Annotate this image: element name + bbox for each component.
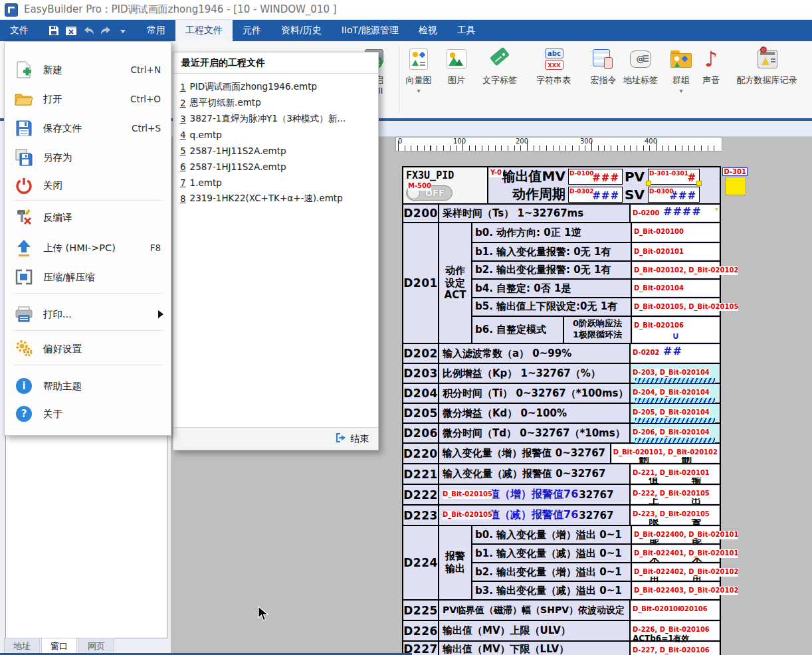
b6-mode-options: 0阶跃响应法 1极限循环法 <box>564 317 632 343</box>
tab-view[interactable]: 检视 <box>409 20 447 41</box>
print-icon <box>15 305 33 324</box>
table-row-d224[interactable]: D224 报警 输出 b0. 输入变化量（增）溢出 0~1 D_Bit-0224… <box>403 526 720 601</box>
toolbar-options-icon[interactable] <box>117 25 129 37</box>
table-row-d205[interactable]: D205 微分增益（Kd） 0~100% D-205, D_Bit-020104 <box>403 404 720 424</box>
ribbon-picture[interactable]: 图片 <box>442 48 471 86</box>
recent-file-item[interactable]: 82319-1HK22(XC+TK+α+-速).emtp <box>180 191 371 207</box>
save-file-icon <box>15 119 33 138</box>
selection-handle[interactable] <box>646 181 651 186</box>
row-d201-b0[interactable]: b0. 动作方向: 0正 1逆 D_Bit-020100 <box>472 223 720 243</box>
tab-common[interactable]: 常用 <box>137 20 175 41</box>
menu-item-compress[interactable]: 压缩/解压缩 <box>5 265 171 289</box>
row-d201-b2[interactable]: b2. 输出变化量报警: 0无 1有 D_Bit-020102, D_Bit-0… <box>472 262 720 280</box>
row-d224-b0[interactable]: b0. 输入变化量（增）溢出 0~1 D_Bit-022400, D_Bit-0… <box>472 526 720 545</box>
table-row-d206[interactable]: D206 微分时间（Td） 0~32767（*10ms） D-206, D_Bi… <box>403 424 720 444</box>
selected-object-box[interactable] <box>725 177 746 195</box>
menu-item-open[interactable]: 打开 Ctrl+O <box>5 87 171 111</box>
menu-item-close[interactable]: 关闭 <box>5 173 171 197</box>
ribbon-sound[interactable]: ♪ 声音 <box>698 48 724 86</box>
table-row-d223[interactable]: D223 D_Bit-020105 值（减）报警值76 32767 D-223,… <box>403 506 720 526</box>
plc-cell[interactable]: FX3U_PID Y-0 M-500 OFF <box>403 167 488 203</box>
menu-item-preferences[interactable]: 偏好设置 <box>5 337 171 361</box>
save-as-icon <box>15 148 33 167</box>
cycle-value-object[interactable]: D-0302 ### <box>568 187 623 203</box>
macro-icon <box>591 48 615 72</box>
table-row-d202[interactable]: D202 输入滤波常数（a） 0~99% D-0202 ## <box>403 344 720 364</box>
menu-item-new[interactable]: 新建 Ctrl+N <box>5 58 171 82</box>
ribbon-text-label[interactable]: 文字标签 <box>476 48 524 86</box>
table-row-d226[interactable]: D226 输出值（MV）上限（ULV） D-226, D_Bit-020106 … <box>403 621 720 642</box>
save-icon[interactable] <box>48 25 60 37</box>
menu-item-about[interactable]: ? 关于 <box>5 402 171 426</box>
menu-bar: 文件 常用 工程文件 元件 资料/历史 IIoT/能源管理 检视 工具 <box>0 20 812 41</box>
picture-icon <box>445 48 468 72</box>
recent-file-item[interactable]: 33827-1直焊为脉冲Y1（3种模式）新... <box>180 111 371 127</box>
row-d201-b1[interactable]: b1. 输入变化量报警: 0无 1有 D_Bit-020101 <box>472 243 720 262</box>
recent-panel-footer: 结束 <box>173 427 378 450</box>
menu-item-upload[interactable]: 上传 (HMI->PC) F8 <box>5 236 171 260</box>
menu-file[interactable]: 文件 <box>0 20 39 41</box>
table-row-d204[interactable]: D204 积分时间（Ti） 0~32767（*100ms） D-204, D_B… <box>403 384 720 404</box>
row-d201-b6[interactable]: b6. 自整定模式 0阶跃响应法 1极限循环法 D_Bit-020106 ∪ <box>472 317 720 343</box>
menu-item-save-as[interactable]: 另存为 <box>5 145 171 169</box>
dock-tab-webpage[interactable]: 网页 <box>78 638 114 653</box>
tab-project-file[interactable]: 工程文件 <box>175 20 233 41</box>
window-title: EasyBuilder Pro : PID调试画面zhong1946 - [10… <box>24 3 337 16</box>
sv-value-object[interactable]: D-0300 ### <box>648 187 700 203</box>
row-d224-b1[interactable]: b1. 输入变化量（减）溢出 0~1 D_Bit-022401, D_Bit-0… <box>472 545 720 563</box>
table-row-d201[interactable]: D201 动作 设定 ACT b0. 动作方向: 0正 1逆 D_Bit-020… <box>403 223 720 344</box>
new-file-icon <box>15 60 33 79</box>
vector-graph-dropdown-icon[interactable]: ▾ <box>400 88 437 94</box>
recipe-database-icon <box>755 48 779 72</box>
ribbon-group[interactable]: 群组 ▾ <box>666 48 696 94</box>
mouse-cursor <box>258 606 270 624</box>
menu-item-help-topics[interactable]: i 帮助主题 <box>5 374 171 398</box>
table-row-d221[interactable]: D221 输入变化量（减）报警值 0~32767 D-221, D_Bit-02… <box>403 464 720 485</box>
selection-caret: ▾ <box>715 205 718 213</box>
tab-tool[interactable]: 工具 <box>447 20 486 41</box>
ribbon-address-tag[interactable]: @ 地址标签 <box>617 48 664 86</box>
recent-file-item[interactable]: 1PID调试画面zhong1946.emtp <box>180 79 371 95</box>
recent-file-item[interactable]: 71.emtp <box>180 175 371 191</box>
mv-value-object[interactable]: D-0100 ### <box>568 169 623 185</box>
recent-file-item[interactable]: 62587-1HJ11S2A.emtp <box>180 159 371 175</box>
table-row-d203[interactable]: D203 比例增益（Kp） 1~32767（%） D-203, D_Bit-02… <box>403 364 720 384</box>
ribbon-vector-graph[interactable]: 向量图 ▾ <box>400 48 437 94</box>
dock-tab-window[interactable]: 窗口 <box>41 638 77 653</box>
value-hatch <box>635 378 715 383</box>
table-row-d200[interactable]: D200 采样时间（Ts） 1~32767ms D-0200 #### <box>403 205 720 223</box>
ribbon-recipe-database[interactable]: 配方数据库记录 <box>728 48 806 86</box>
tab-iiot-energy[interactable]: IIoT/能源管理 <box>332 20 409 41</box>
d201-group-label: 动作 设定 ACT <box>439 223 472 343</box>
tab-data-history[interactable]: 资料/历史 <box>271 20 332 41</box>
pv-value-object[interactable]: D-301-0301 # <box>648 169 700 185</box>
recent-file-item[interactable]: 2恩平切纸新.emtp <box>180 95 371 111</box>
row-d224-b2[interactable]: b2. 输出变化量（增）溢出 0~1 D_Bit-022402, D_Bit-0… <box>472 563 720 582</box>
selection-handle[interactable] <box>696 181 702 186</box>
compile-window-icon[interactable] <box>65 25 77 37</box>
ribbon-string-table[interactable]: abc xxx 字符串表 <box>528 48 579 86</box>
menu-item-print[interactable]: 打印... <box>5 302 171 326</box>
recent-file-item[interactable]: 52587-1HJ11S2A.emtp <box>180 143 371 159</box>
pv-label: PV <box>623 169 647 185</box>
menu-item-save[interactable]: 保存文件 Ctrl+S <box>5 116 171 140</box>
row-d201-b4[interactable]: b4. 自整定: 0否 1是 D_Bit-020104 <box>472 280 720 298</box>
row-d201-b5[interactable]: b5. 输出值上下限设定:0无 1有 D_Bit-020105, D_Bit-0… <box>472 298 720 317</box>
end-button[interactable]: 结束 <box>350 433 369 445</box>
undo-icon[interactable] <box>82 25 94 37</box>
table-row-d220[interactable]: D220 输入变化量（增）报警值 0~32767 D_Bit-020101, D… <box>403 444 720 464</box>
ruler-tick-300: 300 <box>580 138 593 145</box>
menu-item-decompile[interactable]: 反编译 <box>5 205 171 229</box>
run-toggle-switch[interactable]: M-500 OFF <box>406 185 453 201</box>
row-d224-b3[interactable]: b3. 输出变化量（减）溢出 0~1 D_Bit-022403, D_Bit-0… <box>472 582 720 599</box>
pid-parameter-table[interactable]: FX3U_PID Y-0 M-500 OFF 输出值MV D-0100 ### … <box>402 166 721 655</box>
table-row-d222[interactable]: D222 D_Bit-020105 值（增）报警值76 32767 D-222,… <box>403 485 720 506</box>
tab-object[interactable]: 元件 <box>233 20 271 41</box>
dock-tab-address[interactable]: 地址 <box>4 638 40 653</box>
recent-file-item[interactable]: 4q.emtp <box>180 127 371 143</box>
group-dropdown-icon[interactable]: ▾ <box>666 88 696 94</box>
table-row-d225[interactable]: D225 PV临界值（磁滞）幅（SHPV）依波动设定 D_Bit-0201060… <box>403 601 720 621</box>
y0-address-tag: Y-0 <box>489 169 503 177</box>
table-row-d227[interactable]: D227 输出值（MV）下限（LLV） D-227, D_Bit-020106 <box>403 642 720 655</box>
redo-icon[interactable] <box>100 25 112 37</box>
